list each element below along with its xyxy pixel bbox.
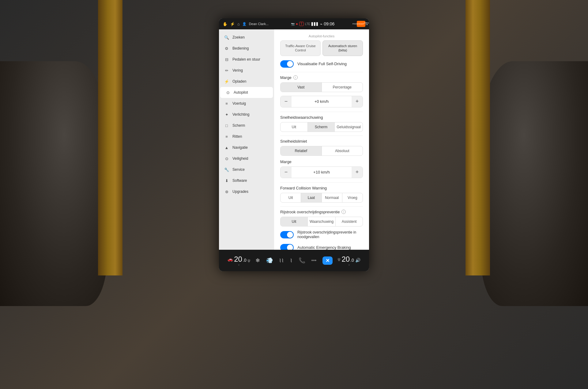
taskbar-speed-right[interactable]: ψ 20 .0 🔊 ∨	[338, 255, 360, 266]
sidebar-item-voertuig[interactable]: ≡ Voertuig	[219, 98, 274, 109]
forward-collision-group: Uit Laat Normaal Vroeg	[280, 193, 363, 203]
sidebar-item-service[interactable]: 🔧 Service	[219, 164, 274, 175]
collision-vroeg-btn[interactable]: Vroeg	[342, 193, 363, 202]
forward-collision-header: Forward Collision Warning	[280, 186, 363, 190]
sidebar-item-autopilot[interactable]: ⊙ Autopilot	[220, 87, 273, 98]
sidebar-item-scherm[interactable]: □ Scherm	[219, 120, 274, 131]
status-bar-center: 📷 ● T LTE ▋▋▋ ⌁ 09:06	[291, 21, 335, 26]
marge2-minus-btn[interactable]: −	[281, 167, 292, 178]
bluetooth-icon: ⌁	[320, 22, 322, 26]
right-vert-icon: ψ	[338, 257, 341, 261]
collision-normaal-btn[interactable]: Normaal	[322, 193, 342, 202]
sidebar-item-upgrades[interactable]: ⊛ Upgrades	[219, 186, 274, 197]
auto-steer-btn[interactable]: Automatisch sturen (bèta)	[322, 40, 363, 56]
ac-icon[interactable]: ❄	[255, 257, 260, 264]
sidebar-label-verlichting: Verlichting	[232, 112, 249, 117]
snelheidswaarschuwing-title: Snelheidswaarschuwing	[280, 115, 323, 120]
defrost-icon[interactable]: ⌇	[290, 258, 292, 264]
snelheid-geluid-btn[interactable]: Geluidssignaal	[335, 122, 363, 132]
lte-label: LTE	[305, 22, 311, 26]
fan-icon[interactable]: 💨	[266, 257, 273, 264]
marge2-plus-btn[interactable]: +	[352, 167, 363, 178]
snelheid-uit-btn[interactable]: Uit	[281, 122, 308, 132]
wiper-icon[interactable]: ⌇⌇	[279, 258, 284, 264]
t-icon: T	[299, 22, 304, 26]
sidebar-item-verlichting[interactable]: ✦ Verlichting	[219, 109, 274, 120]
sidebar-label-upgrades: Upgrades	[232, 189, 248, 194]
snelheidswaarschuwing-group: Uit Scherm Geluidssignaal	[280, 122, 363, 132]
collision-uit-btn[interactable]: Uit	[281, 193, 301, 202]
more-icon[interactable]: •••	[311, 258, 317, 263]
marge-value: +0 km/h	[292, 97, 352, 106]
navigation-icon: ▲	[224, 145, 229, 150]
marge-tab-group: Vast Percentage	[280, 82, 363, 92]
snelheid-scherm-btn[interactable]: Scherm	[308, 122, 335, 132]
sidebar-label-autopilot: Autopilot	[234, 90, 248, 95]
sidebar-item-veiligheid[interactable]: ⊙ Veiligheid	[219, 153, 274, 164]
speed-left-unit: ψ	[248, 258, 251, 263]
sidebar-item-software[interactable]: ⬇ Software	[219, 175, 274, 186]
sidebar-label-zoeken: Zoeken	[232, 35, 245, 39]
sidebar-item-vering[interactable]: ✏ Vering	[219, 65, 274, 76]
limiet-relatief-btn[interactable]: Relatief	[281, 146, 322, 155]
sidebar-label-service: Service	[232, 167, 245, 172]
divider-4	[280, 182, 363, 183]
marge2-header: Marge	[280, 159, 363, 164]
emergency-braking-toggle[interactable]	[280, 244, 294, 250]
sidebar-label-navigatie: Navigatie	[232, 145, 248, 150]
passenger-badge: PASSENGER AIRBAG ON	[357, 21, 365, 27]
sidebar-label-opladen: Opladen	[232, 79, 246, 84]
collision-laat-btn[interactable]: Laat	[301, 193, 322, 202]
rijstrook-header: Rijstrook overschrijdingspreventie i	[280, 210, 363, 214]
signal-icon: ▋▋▋	[311, 22, 319, 26]
upgrades-icon: ⊛	[224, 189, 229, 194]
suspension-icon: ✏	[224, 68, 229, 73]
divider-1	[280, 72, 363, 72]
sidebar-item-opladen[interactable]: ⚡ Opladen	[219, 76, 274, 87]
sidebar-item-pedalen[interactable]: ⊟ Pedalen en stuur	[219, 54, 274, 65]
rijstrook-assistent-btn[interactable]: Assistent	[336, 217, 363, 226]
sidebar-item-zoeken[interactable]: 🔍 Zoeken	[219, 32, 274, 43]
divider-3	[280, 136, 363, 136]
marge-minus-btn[interactable]: −	[281, 96, 292, 107]
limiet-absoluut-btn[interactable]: Absoluut	[322, 146, 363, 155]
rijstrook-waarschuwing-btn[interactable]: Waarschuwing	[308, 217, 336, 226]
trips-icon: ≡	[224, 134, 229, 139]
vehicle-icon: ≡	[224, 101, 229, 106]
rijstrook-uit-btn[interactable]: Uit	[281, 217, 308, 226]
status-bar-right: PASSENGER AIRBAG ON	[357, 21, 365, 27]
seat-right	[481, 61, 588, 306]
sidebar-item-navigatie[interactable]: ▲ Navigatie	[219, 142, 274, 153]
rijstrook-group: Uit Waarschuwing Assistent	[280, 217, 363, 226]
camera-icon: 📷	[291, 22, 295, 26]
speed-right-decimal: .0	[350, 258, 354, 263]
x-button[interactable]: ✕	[322, 256, 333, 265]
sidebar-label-voertuig: Voertuig	[232, 101, 246, 106]
marge-info-icon[interactable]: i	[293, 75, 298, 80]
screen-icon: □	[224, 123, 229, 128]
marge-vast-btn[interactable]: Vast	[281, 83, 322, 92]
marge-percentage-btn[interactable]: Percentage	[322, 83, 363, 92]
rijstrook-noodgevallen-toggle-row: Rijstrook overschrijdingspreventie in no…	[280, 230, 363, 240]
marge2-title: Marge	[280, 159, 292, 164]
sidebar: 🔍 Zoeken ⚙ Bediening ⊟ Pedalen en stuur …	[219, 29, 274, 250]
traffic-cruise-btn[interactable]: Traffic-Aware Cruise Control	[280, 40, 321, 56]
sidebar-item-bediening[interactable]: ⚙ Bediening	[219, 43, 274, 54]
snelheidslimiet-title: Snelheidslimiet	[280, 139, 307, 144]
phone-icon[interactable]: 📞	[299, 257, 305, 264]
visualisatie-toggle-row: Visualisatie Full Self-Driving	[280, 60, 363, 68]
lighting-icon: ✦	[224, 112, 229, 117]
home-icon: ⌂	[237, 22, 240, 26]
sidebar-item-ritten[interactable]: ≡ Ritten	[219, 131, 274, 142]
rijstrook-noodgevallen-toggle[interactable]	[280, 231, 294, 238]
visualisatie-toggle[interactable]	[280, 60, 294, 68]
wood-trim-right	[466, 0, 490, 275]
taskbar: 🚗 20 .0 ψ ∨ ❄ 💨 ⌇⌇ ⌇ 📞 ••• ✕ ψ	[219, 250, 369, 271]
taskbar-speed-left[interactable]: 🚗 20 .0 ψ ∨	[228, 255, 250, 266]
rijstrook-info-icon[interactable]: i	[341, 210, 346, 214]
sidebar-label-bediening: Bediening	[232, 46, 249, 50]
marge-plus-btn[interactable]: +	[352, 96, 363, 107]
user-icon: 👤	[242, 22, 247, 26]
search-icon: 🔍	[224, 35, 229, 40]
marge2-value: +10 km/h	[292, 167, 352, 177]
